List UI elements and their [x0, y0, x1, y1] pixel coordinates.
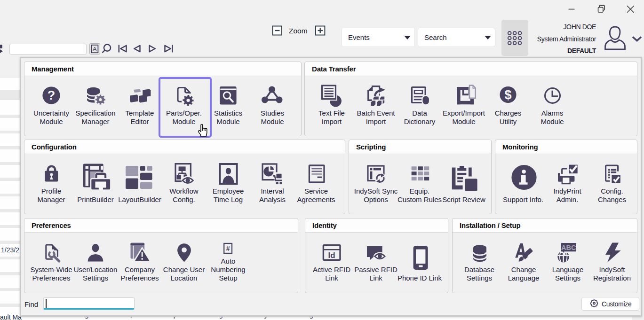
svg-text:?: ? — [48, 88, 56, 102]
svg-text:ABC: ABC — [561, 244, 576, 251]
svg-text:Id: Id — [328, 251, 335, 260]
svg-text:$: $ — [504, 88, 511, 102]
svg-text:#: # — [226, 245, 230, 252]
